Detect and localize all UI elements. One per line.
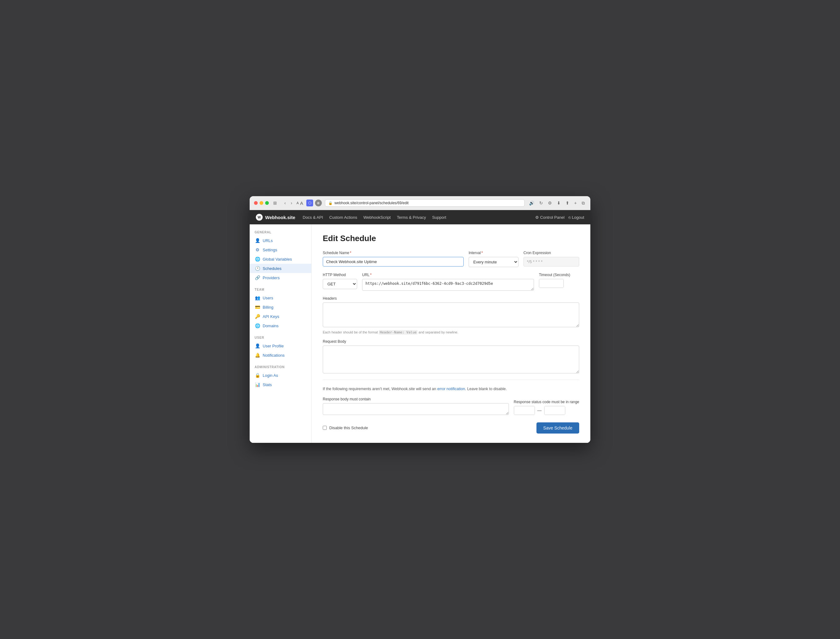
sidebar-general-section: GENERAL 👤 URLs ⚙ Settings 🌐 Global Varia… [250, 230, 311, 282]
url-label: URL* [362, 273, 534, 277]
logo-icon: W [256, 214, 263, 221]
footer-row: Disable this Schedule Save Schedule [323, 422, 579, 434]
api-keys-icon: 🔑 [255, 314, 260, 319]
sidebar-item-billing[interactable]: 💳 Billing [250, 302, 311, 312]
sidebar-item-login-as[interactable]: 🔒 Login As [250, 370, 311, 380]
global-vars-icon: 🌐 [255, 257, 260, 262]
logout-button[interactable]: ⎋ Logout [568, 215, 584, 220]
timeout-input[interactable] [539, 279, 564, 288]
font-large-button[interactable]: A [300, 200, 303, 206]
nav-docs[interactable]: Docs & API [303, 215, 323, 220]
sidebar-item-global-variables[interactable]: 🌐 Global Variables [250, 254, 311, 264]
admin-title: ADMINISTRATION [250, 366, 311, 370]
interval-select[interactable]: Every minute Every 5 minutes Every 10 mi… [469, 257, 518, 267]
notification-text: If the following requirements aren't met… [323, 386, 579, 392]
sidebar-item-stats[interactable]: 📊 Stats [250, 380, 311, 389]
method-select[interactable]: GET POST PUT PATCH DELETE HEAD [323, 279, 357, 289]
sidebar-admin-section: ADMINISTRATION 🔒 Login As 📊 Stats [250, 366, 311, 389]
response-status-label: Response status code must be in range [514, 400, 579, 404]
site-logo: W Webhook.site [256, 214, 295, 221]
browser-window: ⊞ ‹ › A A ⬡ ⊕ 🔒 webhook.site/control-pan… [250, 196, 590, 443]
sidebar-item-user-profile[interactable]: 👤 User Profile [250, 341, 311, 350]
disable-schedule-checkbox[interactable] [323, 426, 327, 430]
range-group: ▲ ▼ — ▲ ▼ [514, 406, 579, 415]
nav-support[interactable]: Support [432, 215, 446, 220]
sidebar-item-providers[interactable]: 🔗 Providers [250, 273, 311, 282]
response-body-group: Response body must contain [323, 397, 509, 415]
interval-group: Interval* Every minute Every 5 minutes E… [469, 251, 518, 267]
nav-right: ⚙ Control Panel ⎋ Logout [535, 215, 584, 220]
shield-icon[interactable]: ⊕ [315, 200, 322, 207]
lock-icon: 🔒 [328, 201, 333, 205]
team-title: TEAM [250, 288, 311, 293]
sidebar-item-urls[interactable]: 👤 URLs [250, 236, 311, 245]
billing-icon: 💳 [255, 305, 260, 310]
logo-text: Webhook.site [265, 215, 295, 220]
tab-grid-button[interactable]: ⧉ [580, 200, 586, 207]
sidebar-item-notifications[interactable]: 🔔 Notifications [250, 350, 311, 360]
nav-controls: ‹ › [283, 200, 293, 206]
response-body-input[interactable] [323, 403, 509, 415]
extension-icon[interactable]: ⬡ [306, 200, 313, 207]
headers-textarea[interactable] [323, 302, 579, 327]
timeout-stepper: ▲ ▼ [539, 279, 564, 288]
request-body-group: Request Body [323, 339, 579, 374]
url-text: webhook.site/control-panel/schedules/69/… [334, 201, 409, 205]
method-group: HTTP Method GET POST PUT PATCH DELETE HE… [323, 273, 357, 289]
minimize-button[interactable] [260, 201, 263, 205]
site-nav: W Webhook.site Docs & API Custom Actions… [250, 210, 590, 224]
sidebar-item-settings[interactable]: ⚙ Settings [250, 245, 311, 254]
browser-titlebar: ⊞ ‹ › A A ⬡ ⊕ 🔒 webhook.site/control-pan… [250, 196, 590, 210]
nav-terms[interactable]: Terms & Privacy [397, 215, 426, 220]
method-url-row: HTTP Method GET POST PUT PATCH DELETE HE… [323, 273, 579, 291]
sidebar-item-schedules[interactable]: 🕐 Schedules [250, 264, 311, 273]
cron-expression-display: */5 * * * * [523, 257, 579, 267]
error-notification-link[interactable]: error notification [437, 387, 465, 391]
headers-label: Headers [323, 296, 579, 300]
schedule-name-input[interactable] [323, 257, 464, 267]
control-panel-button[interactable]: ⚙ Control Panel [535, 215, 564, 220]
sidebar-item-api-keys[interactable]: 🔑 API Keys [250, 312, 311, 321]
new-tab-button[interactable]: + [573, 200, 578, 206]
nav-links: Docs & API Custom Actions WebhookScript … [303, 215, 535, 220]
schedule-name-label: Schedule Name* [323, 251, 464, 255]
timeout-label: Timeout (Seconds) [539, 273, 579, 277]
request-body-label: Request Body [323, 339, 579, 344]
request-body-textarea[interactable] [323, 345, 579, 374]
cron-expression-label: Cron Expression [523, 251, 579, 255]
address-bar[interactable]: 🔒 webhook.site/control-panel/schedules/6… [325, 199, 525, 207]
login-as-icon: 🔒 [255, 373, 260, 378]
save-schedule-button[interactable]: Save Schedule [536, 422, 579, 434]
sidebar-item-domains[interactable]: 🌐 Domains [250, 321, 311, 331]
divider [323, 380, 579, 380]
share-button[interactable]: ⬆ [564, 200, 571, 206]
main-content: Edit Schedule Schedule Name* Interval* E… [312, 224, 590, 443]
font-small-button[interactable]: A [296, 201, 299, 205]
url-input[interactable]: https://webhook.site/d791f6bc-6362-4cd9-… [362, 279, 534, 291]
font-controls: A A [296, 200, 303, 206]
nav-custom-actions[interactable]: Custom Actions [329, 215, 357, 220]
audio-button[interactable]: 🔊 [528, 200, 536, 206]
back-button[interactable]: ‹ [283, 200, 287, 206]
name-interval-row: Schedule Name* Interval* Every minute Ev… [323, 251, 579, 267]
range-end-input[interactable] [545, 406, 565, 415]
settings-button[interactable]: ⚙ [547, 200, 553, 206]
users-icon: 👥 [255, 295, 260, 300]
disable-schedule-label[interactable]: Disable this Schedule [323, 426, 368, 430]
response-body-label: Response body must contain [323, 397, 509, 401]
headers-group: Headers Each header should be of the for… [323, 296, 579, 334]
download-button[interactable]: ⬇ [556, 200, 562, 206]
maximize-button[interactable] [265, 201, 269, 205]
refresh-button[interactable]: ↻ [538, 200, 544, 206]
interval-label: Interval* [469, 251, 518, 255]
cron-expression-group: Cron Expression */5 * * * * [523, 251, 579, 267]
sidebar-item-users[interactable]: 👥 Users [250, 293, 311, 302]
sidebar-team-section: TEAM 👥 Users 💳 Billing 🔑 API Keys 🌐 Doma… [250, 288, 311, 331]
providers-icon: 🔗 [255, 275, 260, 280]
forward-button[interactable]: › [290, 200, 294, 206]
range-start-stepper: ▲ ▼ [514, 406, 535, 415]
sidebar-toggle[interactable]: ⊞ [272, 200, 278, 206]
range-start-input[interactable] [514, 406, 535, 415]
nav-webhookscript[interactable]: WebhookScript [363, 215, 391, 220]
close-button[interactable] [254, 201, 258, 205]
